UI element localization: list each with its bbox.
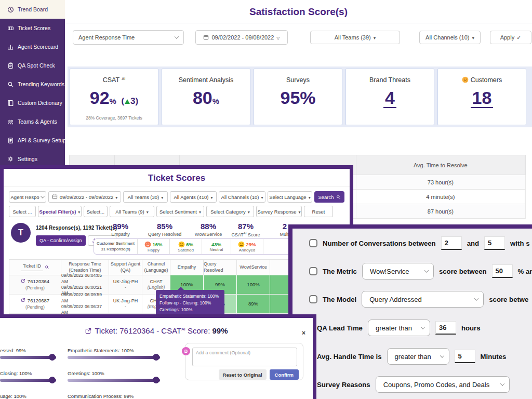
close-icon[interactable]: × xyxy=(302,329,305,337)
chevron-down-icon xyxy=(421,325,425,329)
handle-time-operator-select[interactable]: greater than xyxy=(387,348,449,365)
sidebar-item-api-survey-setup[interactable]: API & Survey Setup xyxy=(0,131,65,150)
confirm-button[interactable]: Confirm xyxy=(270,369,299,380)
conversations-min-input[interactable]: 2 xyxy=(441,236,462,250)
chevron-down-icon xyxy=(474,296,478,300)
score-slider[interactable] xyxy=(68,379,160,382)
date-range-picker[interactable]: 09/09/2022 - 09/09/2022 xyxy=(48,191,121,203)
slider-thumb[interactable] xyxy=(153,354,159,361)
sidebar-item-trending-keywords[interactable]: Trending Keywords xyxy=(0,75,65,94)
reset-to-original-button[interactable]: Reset to Original xyxy=(219,369,267,380)
empathy-stat: 89% Empathy xyxy=(97,222,144,237)
sidebar-item-agent-scorecard[interactable]: Agent Scorecard xyxy=(0,37,65,56)
csat-card: CSATAI 92% (3) 28% Coverage, 3697 Ticket… xyxy=(70,69,158,125)
teams-dropdown[interactable]: All Teams (9) xyxy=(110,206,154,217)
caret-down-icon xyxy=(211,194,213,200)
date-range-picker[interactable]: 09/02/2022 - 09/08/2022 xyxy=(195,30,288,45)
gear-icon xyxy=(7,155,14,163)
all-channels-dropdown[interactable]: All Channels (10) xyxy=(419,31,481,44)
triangle-down-icon xyxy=(276,34,280,41)
comment-input[interactable] xyxy=(192,348,297,366)
caret-down-icon xyxy=(161,194,163,200)
card-title: Sentiment Analysis xyxy=(162,76,250,84)
open-ticket-icon[interactable] xyxy=(21,278,25,285)
bar-chart-icon xyxy=(7,43,14,50)
reset-button[interactable]: Reset xyxy=(304,206,333,217)
search-button[interactable]: Search xyxy=(314,191,344,203)
chevron-down-icon xyxy=(175,34,179,38)
category-dropdown[interactable]: Select Category xyxy=(206,206,254,217)
sidebar-item-custom-dictionary[interactable]: Custom Dictionary xyxy=(0,94,65,112)
happy-face-icon xyxy=(144,241,151,248)
caret-down-icon xyxy=(472,34,474,41)
trend-board-icon xyxy=(7,6,14,13)
external-link-icon[interactable] xyxy=(85,326,95,335)
card-title: Surveys xyxy=(254,76,342,84)
chevron-down-icon xyxy=(424,268,429,272)
sentiment-title: Customer Sentiment 31 Response(s) xyxy=(94,239,138,254)
sentiment-dropdown[interactable]: Select Sentiment xyxy=(156,206,204,217)
sidebar-item-trend-board[interactable]: Trend Board xyxy=(0,0,65,19)
metric-select[interactable]: Agent Respo xyxy=(9,191,46,203)
survey-response-dropdown[interactable]: Survey Response xyxy=(256,206,302,217)
handle-time-input[interactable]: 5 xyxy=(455,350,475,363)
customer-sentiment-bar: Customer Sentiment 31 Response(s) 16% Ha… xyxy=(94,238,322,255)
window-title: Ticket Scores xyxy=(4,169,350,183)
qa-lead-time-input[interactable]: 36 xyxy=(435,321,456,335)
apply-button[interactable]: Apply xyxy=(490,31,531,44)
modal-title: Ticket: 76120364 - CSATAI Score: 99% xyxy=(0,326,313,335)
avatar: B xyxy=(182,347,190,355)
card-title: Customers xyxy=(438,76,526,84)
wow-score-cell: 100% xyxy=(237,275,270,294)
all-agents-dropdown[interactable]: All Agents (410) xyxy=(170,191,217,203)
slider-thumb[interactable] xyxy=(49,354,56,361)
qa-confirm-assign-button[interactable]: QA - Confirm/Assign xyxy=(36,235,86,246)
language-dropdown[interactable]: Select Language xyxy=(268,191,312,203)
people-icon xyxy=(7,118,14,125)
slider-thumb[interactable] xyxy=(49,377,56,383)
brand-threats-link[interactable]: 4 xyxy=(346,89,434,108)
customers-link[interactable]: 18 xyxy=(438,89,526,108)
slider-thumb[interactable] xyxy=(153,377,159,383)
conversations-max-input[interactable]: 5 xyxy=(484,236,505,250)
model-select[interactable]: Query Addressed xyxy=(362,291,484,308)
metric-select[interactable]: Wow!Service xyxy=(362,263,434,280)
calendar-icon xyxy=(52,194,58,201)
sentiment-happy: 16% Happy xyxy=(138,239,170,254)
checkbox[interactable] xyxy=(309,267,317,275)
sidebar-item-label: QA Spot Check xyxy=(18,62,55,69)
survey-reasons-select[interactable]: Coupons, Promo Codes, and Deals xyxy=(376,376,510,393)
all-teams-dropdown[interactable]: All Teams (30) xyxy=(123,191,168,203)
column-header: Avg. Time to Resolve xyxy=(356,155,525,175)
sidebar-item-teams-agents[interactable]: Teams & Agents xyxy=(0,112,65,131)
metric-score-input[interactable]: 50 xyxy=(492,264,513,278)
checkbox[interactable] xyxy=(309,239,317,247)
select-filter[interactable]: Select ... xyxy=(9,206,36,217)
sentiment-neutral: 43% Neutral xyxy=(202,239,231,254)
sidebar-item-label: Agent Scorecard xyxy=(18,44,58,50)
open-ticket-icon[interactable] xyxy=(21,298,25,304)
score-slider[interactable] xyxy=(68,356,160,359)
ticket-icon xyxy=(7,24,14,32)
checkbox[interactable] xyxy=(309,295,317,303)
query-resolved-stat: 85% Query Resolved xyxy=(141,222,188,237)
ticket-id-search-input[interactable]: Ticket ID xyxy=(21,263,43,271)
score-breakdown-tooltip: Empathetic Statements: 100% Follow-up - … xyxy=(156,290,224,317)
special-filters-dropdown[interactable]: Special Filter(s) xyxy=(38,206,82,217)
customers-card: Customers 18 xyxy=(437,69,526,125)
all-teams-dropdown[interactable]: All Teams (39) xyxy=(310,31,400,44)
angry-face-icon xyxy=(462,76,469,83)
metric-filter-row: The Metric Wow!Service score between 50 … xyxy=(309,263,532,280)
sidebar-item-ticket-scores[interactable]: Ticket Scores xyxy=(0,19,65,37)
metric-select[interactable]: Agent Response Time xyxy=(73,30,184,45)
caret-down-icon xyxy=(374,34,376,41)
sidebar-item-label: Settings xyxy=(18,156,37,162)
qa-lead-time-operator-select[interactable]: greater than xyxy=(368,320,430,336)
check-icon xyxy=(516,34,521,41)
ticket-id-search[interactable]: Ticket ID xyxy=(21,263,49,271)
score-slider[interactable] xyxy=(0,356,56,359)
score-slider[interactable] xyxy=(0,379,56,382)
all-channels-dropdown[interactable]: All Channels (10) xyxy=(219,191,265,203)
select-filter[interactable]: Select... xyxy=(84,206,108,217)
sidebar-item-qa-spot-check[interactable]: QA Spot Check xyxy=(0,56,65,75)
